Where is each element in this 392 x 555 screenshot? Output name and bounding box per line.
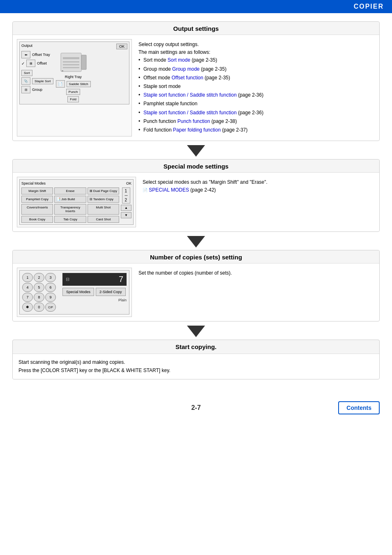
multi-shot-btn[interactable]: Multi Shot [88,204,119,215]
start-desc-line2: Press the [COLOR START] key or the [BLAC… [18,366,374,375]
svg-rect-4 [63,64,79,65]
start-copying-section: Start copying. Start scanning the origin… [12,340,380,379]
output-label: Output [21,44,32,49]
special-ok-button[interactable]: OK [126,181,131,185]
start-copying-title: Start copying. [13,340,379,354]
right-tray-label: Right Tray [65,75,82,79]
key-cp[interactable]: C/P [45,303,56,312]
book-copy-btn[interactable]: Book Copy [21,216,53,223]
punch-btn[interactable]: Punch [66,89,81,95]
output-settings-body: Output OK ⬅ Offset Tray ✓ [13,35,379,141]
list-item-offset: Offset mode Offset function (page 2-35) [138,74,373,82]
link-punch-function[interactable]: Punch function [178,118,210,124]
link-group-mode[interactable]: Group mode [172,66,200,72]
page-header: COPIER [0,0,392,13]
copies-bottom-buttons: Special Modes 2-Sided Copy [62,288,127,296]
output-desc-intro: Select copy output settings. [138,41,373,49]
header-title: COPIER [354,3,384,10]
start-desc-line1: Start scanning the original(s) and makin… [18,358,374,366]
output-settings-title: Output settings [13,22,379,35]
offset-label: Offset [37,61,47,65]
output-panel: Output OK ⬅ Offset Tray ✓ [17,39,132,136]
transparency-inserts-btn[interactable]: Transparency Inserts [54,204,86,215]
key-6[interactable]: 6 [45,283,56,292]
list-item-punch: Punch function Punch function (page 2-38… [138,118,373,125]
group-label: Group [32,88,42,92]
link-sort-mode[interactable]: Sort mode [168,57,190,63]
list-item-staple-sort: Staple sort mode [138,83,373,90]
erase-btn[interactable]: Erase [54,187,86,194]
svg-rect-5 [63,67,79,68]
special-modes-btn[interactable]: Special Modes [62,288,94,296]
key-2[interactable]: 2 [34,273,44,282]
tandem-copy-btn[interactable]: ⊟Tandem Copy [88,196,119,203]
svg-rect-1 [81,55,86,69]
job-build-btn[interactable]: 📑Job Build [54,196,86,203]
fold-btn[interactable]: Fold [67,96,79,102]
pamphlet-copy-btn[interactable]: Pamphlet Copy [21,196,53,203]
card-shot-btn[interactable]: Card Shot [88,216,119,223]
saddle-stitch-btn[interactable]: Saddle Stitch [67,81,91,87]
list-item-pamphlet: Pamphlet staple function [138,100,373,108]
dual-page-copy-btn[interactable]: ⊞ Dual Page Copy [88,187,119,194]
contents-button[interactable]: Contents [338,401,380,414]
two-sided-copy-btn[interactable]: 2-Sided Copy [96,288,126,296]
arrow-down-icon-1 [187,145,205,157]
output-desc-main: The main settings are as follows: [138,49,373,56]
margin-shift-btn[interactable]: Margin Shift [21,187,53,194]
number-keypad: 1 2 3 4 5 6 7 8 9 ✱ 0 C/P [22,273,56,312]
key-5[interactable]: 5 [34,283,44,292]
covers-inserts-btn[interactable]: Covers/Inserts [21,204,53,215]
list-item-fold: Fold function Paper folding function (pa… [138,126,373,134]
tab-copy-btn[interactable]: Tab Copy [54,216,86,223]
copies-value: 7 [119,275,123,284]
link-staple-sort-1[interactable]: Staple sort function / Saddle stitch fun… [143,92,237,98]
output-settings-section: Output settings Output OK ⬅ Offset Tray [12,21,380,141]
copies-body: 1 2 3 4 5 6 7 8 9 ✱ 0 C/P [13,264,379,321]
key-0[interactable]: 0 [34,303,44,312]
list-item-sort: Sort mode Sort mode (page 2-35) [138,56,373,64]
link-special-modes[interactable]: SPECIAL MODES [149,187,189,193]
start-copying-body: Start scanning the original(s) and makin… [13,354,379,379]
sort-btn[interactable]: Sort [21,70,32,76]
machine-illustration: ➡ [59,51,88,74]
arrow-down-icon-2 [187,236,205,247]
key-1[interactable]: 1 [22,273,33,282]
offset-tray-label: Offset Tray [32,53,50,57]
page-footer: 2-7 Contents [0,400,392,416]
key-8[interactable]: 8 [34,293,44,302]
special-desc-text: Select special modes such as "Margin Shi… [143,178,373,186]
arrow-3 [12,326,380,337]
svg-rect-3 [63,61,79,62]
offset-tray-icon: ⬅ [21,51,30,58]
offset-icon: ⊞ [26,60,35,67]
key-9[interactable]: 9 [45,293,56,302]
key-3[interactable]: 3 [45,273,56,282]
copies-desc-text: Set the number of copies (number of sets… [138,269,373,277]
staple-sort-btn[interactable]: Staple Sort [32,78,53,84]
arrow-2 [12,236,380,247]
output-ok-button[interactable]: OK [116,44,127,49]
key-7[interactable]: 7 [22,293,33,302]
fraction-display: 1─2 [122,187,130,204]
copies-section: Number of copies (sets) setting 1 2 3 4 … [12,250,380,321]
staple-icon: 📎 [21,77,30,85]
special-mode-section: Special mode settings Special Modes OK M… [12,159,380,232]
list-item-pamphlet-link: Staple sort function / Saddle stitch fun… [138,109,373,117]
link-offset-function[interactable]: Offset function [171,75,203,81]
arrow-down-icon-3 [187,326,205,337]
key-4[interactable]: 4 [22,283,33,292]
special-panel: Special Modes OK Margin Shift Erase ⊞ Du… [17,177,136,227]
link-paper-folding[interactable]: Paper folding function [173,127,221,133]
key-star[interactable]: ✱ [22,303,33,312]
main-content: Output settings Output OK ⬅ Offset Tray [0,13,392,396]
up-btn[interactable]: ▲ [121,205,131,211]
saddle-icon: 📄 [56,80,65,88]
special-mode-title: Special mode settings [13,160,379,173]
svg-rect-2 [63,57,79,59]
down-btn[interactable]: ▼ [121,212,131,218]
list-item-staple-link: Staple sort function / Saddle stitch fun… [138,91,373,99]
special-buttons-grid: Margin Shift Erase ⊞ Dual Page Copy Pamp… [21,187,119,223]
link-staple-sort-2[interactable]: Staple sort function / Saddle stitch fun… [143,110,237,116]
list-item-group: Group mode Group mode (page 2-35) [138,65,373,73]
